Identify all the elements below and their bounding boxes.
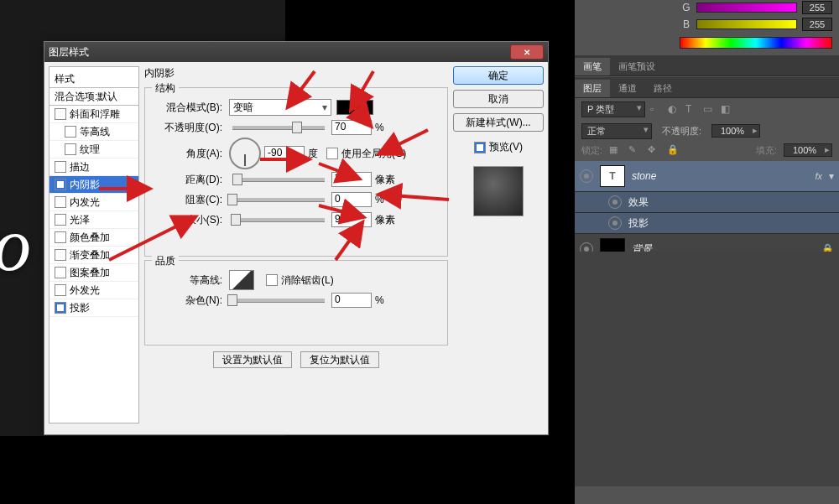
shadow-color-swatch[interactable] [336, 100, 373, 115]
style-color-overlay[interactable]: 颜色叠加 [50, 229, 138, 247]
style-gradient-overlay[interactable]: 渐变叠加 [50, 247, 138, 264]
canvas-text: o [0, 201, 31, 288]
layer-fill[interactable]: 100% [784, 143, 832, 157]
b-label: B [681, 18, 691, 30]
visibility-icon[interactable] [608, 216, 622, 230]
layer-effects-row[interactable]: 效果 [575, 192, 839, 213]
style-outer-glow[interactable]: 外发光 [50, 282, 138, 299]
visibility-icon[interactable] [608, 195, 622, 209]
antialias-label: 消除锯齿(L) [281, 273, 334, 288]
noise-slider[interactable] [232, 299, 325, 303]
blendmode-dd[interactable]: 变暗 [229, 99, 331, 116]
g-slider[interactable] [696, 3, 797, 13]
size-input[interactable]: 9 [331, 212, 372, 227]
lock-paint-icon[interactable]: ✎ [628, 144, 641, 157]
layer-stone[interactable]: T stone fx ▾ [575, 161, 839, 192]
layer-dropshadow-row[interactable]: 投影 [575, 213, 839, 234]
dialog-buttons: 确定 取消 新建样式(W)... 预览(V) [453, 66, 544, 423]
opacity-slider[interactable] [232, 126, 325, 130]
global-light-label: 使用全局光(G) [341, 147, 406, 161]
collapse-icon[interactable]: ▾ [829, 170, 834, 182]
make-default-button[interactable]: 设置为默认值 [213, 351, 292, 368]
choke-input[interactable]: 0 [331, 192, 372, 207]
effects-label: 效果 [628, 195, 649, 210]
angle-input[interactable]: -90 [264, 146, 305, 161]
style-bevel[interactable]: 斜面和浮雕 [50, 106, 138, 123]
g-label: G [681, 2, 691, 13]
lock-all-icon[interactable]: 🔒 [667, 144, 680, 157]
filter-type-icon[interactable]: T [685, 103, 698, 116]
preview-label: 预览(V) [489, 140, 523, 154]
new-style-button[interactable]: 新建样式(W)... [453, 113, 544, 132]
distance-input[interactable]: 7 [331, 172, 372, 187]
filter-img-icon[interactable]: ▫ [650, 103, 663, 116]
style-contour[interactable]: 等高线 [50, 123, 138, 141]
cancel-button[interactable]: 取消 [453, 90, 544, 108]
opacity-label: 不透明度: [662, 125, 701, 138]
tab-brush-preset[interactable]: 画笔预设 [610, 58, 664, 75]
fx-badge[interactable]: fx [815, 171, 822, 181]
tab-channels[interactable]: 通道 [610, 80, 645, 97]
reset-default-button[interactable]: 复位为默认值 [300, 351, 379, 368]
style-inner-glow[interactable]: 内发光 [50, 194, 138, 211]
filter-adj-icon[interactable]: ◐ [668, 103, 680, 116]
dialog-title: 图层样式 [49, 45, 510, 60]
size-slider[interactable] [232, 218, 325, 222]
style-inner-shadow[interactable]: 内阴影 [50, 176, 138, 194]
choke-label: 阻塞(C): [154, 193, 226, 207]
angle-wheel[interactable] [229, 138, 261, 169]
styles-list: 样式 混合选项:默认 斜面和浮雕 等高线 纹理 描边 内阴影 内发光 光泽 颜色… [49, 66, 139, 423]
b-slider[interactable] [696, 19, 797, 29]
tab-layers[interactable]: 图层 [575, 80, 610, 97]
style-texture[interactable]: 纹理 [50, 141, 138, 158]
antialias-cb[interactable] [266, 274, 278, 286]
color-sliders: G 255 B 255 [681, 0, 832, 34]
global-light-cb[interactable] [326, 148, 338, 159]
b-value[interactable]: 255 [802, 18, 832, 31]
layer-thumb: T [600, 165, 625, 187]
lock-move-icon[interactable]: ✥ [648, 144, 660, 157]
filter-shape-icon[interactable]: ▭ [703, 103, 716, 116]
lock-label: 锁定: [581, 144, 602, 157]
tab-brush[interactable]: 画笔 [575, 58, 610, 75]
styles-header[interactable]: 样式 [50, 70, 138, 88]
titlebar[interactable]: 图层样式 ✕ [44, 42, 548, 62]
style-satin[interactable]: 光泽 [50, 211, 138, 229]
contour-label: 等高线: [154, 273, 226, 288]
layer-kind-dd[interactable]: P 类型 [581, 101, 645, 117]
distance-slider[interactable] [232, 178, 325, 182]
contour-picker[interactable] [229, 270, 254, 290]
close-button[interactable]: ✕ [510, 44, 544, 60]
hue-strip[interactable] [680, 37, 832, 49]
filter-smart-icon[interactable]: ◧ [721, 103, 733, 116]
noise-input[interactable]: 0 [331, 293, 372, 308]
preview-cb[interactable] [474, 142, 486, 153]
opacity-input[interactable]: 70 [331, 120, 372, 135]
quality-legend: 品质 [152, 254, 179, 268]
style-drop-shadow[interactable]: 投影 [50, 299, 138, 317]
layer-name: stone [632, 170, 808, 182]
blend-options[interactable]: 混合选项:默认 [50, 88, 138, 106]
layer-opacity[interactable]: 100% [711, 124, 760, 138]
layer-style-dialog: 图层样式 ✕ 样式 混合选项:默认 斜面和浮雕 等高线 纹理 描边 内阴影 内发… [44, 41, 549, 435]
dropshadow-label: 投影 [628, 216, 649, 231]
distance-label: 距离(D): [154, 173, 226, 187]
blend-normal-dd[interactable]: 正常 [581, 123, 652, 139]
style-stroke[interactable]: 描边 [50, 158, 138, 176]
settings-area: 内阴影 结构 混合模式(B): 变暗 不透明度(O): 70 % 角度(A): [144, 66, 448, 423]
tab-paths[interactable]: 路径 [645, 80, 680, 97]
panel-empty [575, 252, 839, 486]
ok-button[interactable]: 确定 [453, 66, 544, 85]
lock-trans-icon[interactable]: ▦ [609, 144, 622, 157]
structure-legend: 结构 [152, 81, 179, 96]
angle-label: 角度(A): [154, 147, 226, 161]
visibility-icon[interactable] [580, 169, 593, 183]
opacity-label: 不透明度(O): [154, 121, 226, 135]
choke-slider[interactable] [232, 198, 325, 202]
g-value[interactable]: 255 [802, 1, 832, 14]
right-panels: G 255 B 255 画笔 画笔预设 图层 通道 路径 P 类型 ▫ ◐ T … [575, 0, 839, 504]
fill-label: 填充: [756, 144, 777, 157]
style-pattern-overlay[interactable]: 图案叠加 [50, 264, 138, 282]
preview-swatch [473, 166, 524, 216]
inner-shadow-title: 内阴影 [144, 66, 448, 81]
